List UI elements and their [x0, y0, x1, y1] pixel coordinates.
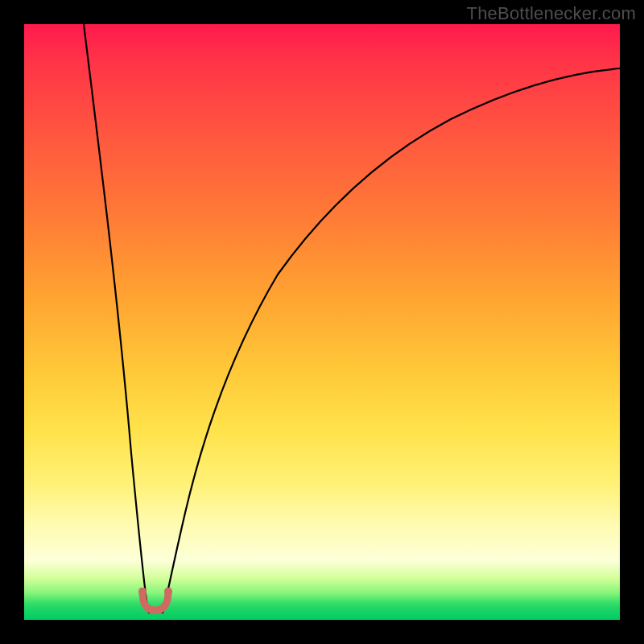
svg-point-0 [138, 588, 147, 596]
watermark-text: TheBottlenecker.com [467, 3, 636, 24]
svg-point-1 [164, 588, 172, 596]
chart-frame: TheBottlenecker.com [0, 0, 644, 644]
minimum-marker-icon [138, 588, 173, 615]
plot-area [24, 24, 620, 620]
bottleneck-curve [24, 24, 620, 620]
